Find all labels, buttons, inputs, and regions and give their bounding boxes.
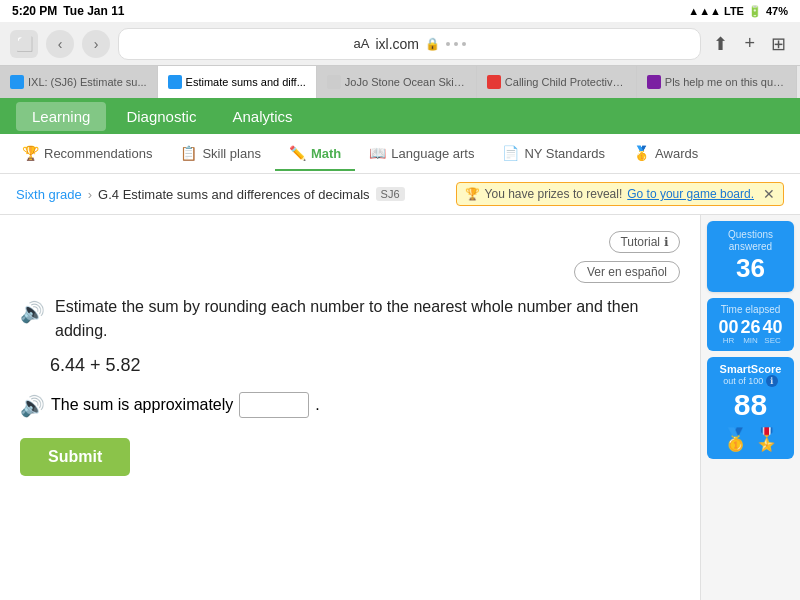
answer-suffix: . [315, 396, 319, 414]
instruction-text: Estimate the sum by rounding each number… [55, 295, 680, 343]
tab-skill-plans[interactable]: 📋 Skill plans [166, 137, 275, 171]
tab-label-help: Pls help me on this que... [665, 76, 786, 88]
questions-answered-value: 36 [715, 253, 786, 284]
spanish-button[interactable]: Ver en español [574, 261, 680, 283]
time-display: 5:20 PM [12, 4, 57, 18]
trophy-icon: 🏆 [465, 187, 480, 201]
new-tab-button[interactable]: + [740, 31, 759, 56]
prize-text: You have prizes to reveal! [485, 187, 623, 201]
prize-close-button[interactable]: ✕ [763, 186, 775, 202]
prize-banner: 🏆 You have prizes to reveal! Go to your … [456, 182, 784, 206]
smart-score-value: 88 [715, 387, 786, 423]
answer-prompt: The sum is approximately [51, 396, 233, 414]
date-display: Tue Jan 11 [63, 4, 124, 18]
signal-icon: ▲▲▲ LTE [688, 5, 744, 17]
medals: 🥇 🎖️ [715, 427, 786, 453]
skill-plans-icon: 📋 [180, 145, 197, 161]
time-elapsed-box: Time elapsed 00 HR 26 MIN 40 SEC [707, 298, 794, 351]
tab-ny-standards[interactable]: 📄 NY Standards [488, 137, 619, 171]
tab-help[interactable]: Pls help me on this que... [637, 66, 797, 98]
tab-awards[interactable]: 🥇 Awards [619, 137, 712, 171]
main-content: Tutorial ℹ Ver en español 🔊 Estimate the… [0, 215, 800, 600]
tab-ny-standards-label: NY Standards [524, 146, 605, 161]
speaker-icon[interactable]: 🔊 [20, 297, 45, 327]
tab-skill-plans-label: Skill plans [202, 146, 261, 161]
info-icon: ℹ [664, 235, 669, 249]
language-arts-icon: 📖 [369, 145, 386, 161]
smart-score-box: SmartScore out of 100 ℹ 88 🥇 🎖️ [707, 357, 794, 459]
nav-learning[interactable]: Learning [16, 102, 106, 131]
breadcrumb-current: G.4 Estimate sums and differences of dec… [98, 187, 369, 202]
browser-actions: ⬆ + ⊞ [709, 31, 790, 57]
sidebar-stats: Questions answered 36 Time elapsed 00 HR… [700, 215, 800, 600]
battery-icon: 🔋 [748, 5, 762, 18]
share-button[interactable]: ⬆ [709, 31, 732, 57]
tab-recommendations-label: Recommendations [44, 146, 152, 161]
back-button[interactable]: ‹ [46, 30, 74, 58]
time-grid: 00 HR 26 MIN 40 SEC [713, 318, 788, 345]
tab-favicon-jojo [327, 75, 341, 89]
awards-icon: 🥇 [633, 145, 650, 161]
tab-recommendations[interactable]: 🏆 Recommendations [8, 137, 166, 171]
submit-button[interactable]: Submit [20, 438, 130, 476]
tab-estimate[interactable]: Estimate sums and diff... [158, 66, 317, 98]
font-size-button[interactable]: aA [354, 36, 370, 51]
time-hours: 00 HR [718, 318, 738, 345]
tab-math[interactable]: ✏️ Math [275, 137, 355, 171]
smart-score-sub: out of 100 ℹ [715, 375, 786, 387]
tab-favicon-help [647, 75, 661, 89]
forward-button[interactable]: › [82, 30, 110, 58]
nav-diagnostic[interactable]: Diagnostic [110, 102, 212, 131]
answer-input[interactable] [239, 392, 309, 418]
tutorial-row: Tutorial ℹ [20, 231, 680, 253]
battery-percent: 47% [766, 5, 788, 17]
ny-standards-icon: 📄 [502, 145, 519, 161]
questions-answered-box: Questions answered 36 [707, 221, 794, 292]
tutorial-label: Tutorial [620, 235, 660, 249]
prize-link[interactable]: Go to your game board. [627, 187, 754, 201]
tab-favicon-calling [487, 75, 501, 89]
info-icon-smart[interactable]: ℹ [766, 375, 778, 387]
tab-awards-label: Awards [655, 146, 698, 161]
tab-language-arts[interactable]: 📖 Language arts [355, 137, 488, 171]
nav-bar: Learning Diagnostic Analytics [0, 98, 800, 134]
breadcrumb-parent[interactable]: Sixth grade [16, 187, 82, 202]
tab-language-arts-label: Language arts [391, 146, 474, 161]
browser-chrome: ⬜ ‹ › aA ixl.com 🔒 ⬆ + ⊞ [0, 22, 800, 66]
status-bar: 5:20 PM Tue Jan 11 ▲▲▲ LTE 🔋 47% [0, 0, 800, 22]
window-button[interactable]: ⬜ [10, 30, 38, 58]
tab-label-ixl: IXL: (SJ6) Estimate su... [28, 76, 147, 88]
math-expression: 6.44 + 5.82 [50, 355, 680, 376]
dots-decoration [446, 42, 466, 46]
answer-speaker-icon[interactable]: 🔊 [20, 394, 45, 418]
tab-label-calling: Calling Child Protective... [505, 76, 626, 88]
answer-row: 🔊 The sum is approximately . [20, 392, 680, 418]
breadcrumb-arrow: › [88, 187, 92, 202]
tab-label-jojo: JoJo Stone Ocean Skin... [345, 76, 466, 88]
question-text: 🔊 Estimate the sum by rounding each numb… [20, 295, 680, 343]
tab-ixl[interactable]: IXL: (SJ6) Estimate su... [0, 66, 158, 98]
sub-nav: 🏆 Recommendations 📋 Skill plans ✏️ Math … [0, 134, 800, 174]
breadcrumb-bar: Sixth grade › G.4 Estimate sums and diff… [0, 174, 800, 215]
tutorial-button[interactable]: Tutorial ℹ [609, 231, 680, 253]
tabs-button[interactable]: ⊞ [767, 31, 790, 57]
tab-calling[interactable]: Calling Child Protective... [477, 66, 637, 98]
lock-icon: 🔒 [425, 37, 440, 51]
tab-favicon-estimate [168, 75, 182, 89]
tab-math-label: Math [311, 146, 341, 161]
medal-2: 🎖️ [753, 427, 780, 453]
questions-answered-label: Questions answered [715, 229, 786, 253]
time-seconds: 40 SEC [763, 318, 783, 345]
tab-jojo[interactable]: JoJo Stone Ocean Skin... [317, 66, 477, 98]
breadcrumb-badge: SJ6 [376, 187, 405, 201]
time-minutes: 26 MIN [740, 318, 760, 345]
address-bar[interactable]: aA ixl.com 🔒 [118, 28, 701, 60]
medal-1: 🥇 [722, 427, 749, 453]
smart-score-title: SmartScore [715, 363, 786, 375]
tab-label-estimate: Estimate sums and diff... [186, 76, 306, 88]
math-icon: ✏️ [289, 145, 306, 161]
nav-analytics[interactable]: Analytics [216, 102, 308, 131]
question-area: Tutorial ℹ Ver en español 🔊 Estimate the… [0, 215, 700, 600]
recommendations-icon: 🏆 [22, 145, 39, 161]
url-display: ixl.com [375, 36, 419, 52]
